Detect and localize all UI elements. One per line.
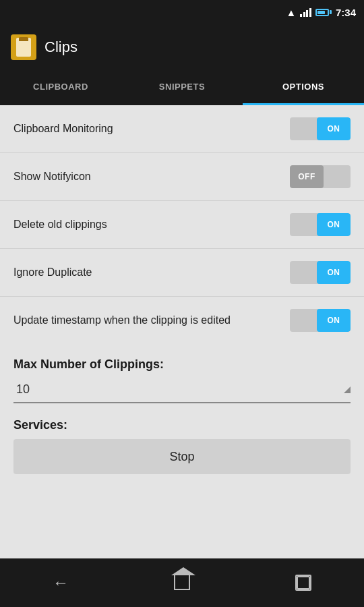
wifi-icon: ▲ [286,7,297,18]
setting-row-delete-old-clippings: Delete old clippings ON [0,200,364,248]
max-clippings-input-container [13,377,351,403]
toggle-thumb-clipboard-monitoring: ON [317,117,351,140]
setting-row-update-timestamp: Update timestamp when the clipping is ed… [0,296,364,344]
battery-icon [315,9,332,16]
toggle-thumb-delete-old-clippings: ON [317,213,351,236]
setting-label-clipboard-monitoring: Clipboard Monitoring [13,122,290,136]
back-icon: ← [53,573,69,592]
app-title: Clips [44,38,78,56]
bottom-nav: ← [0,558,364,607]
toggle-delete-old-clippings[interactable]: ON [290,213,351,236]
signal-icon [300,7,311,17]
services-label: Services: [0,403,364,439]
stop-button[interactable]: Stop [13,439,351,474]
setting-row-show-notifyicon: Show Notifyicon OFF [0,152,364,200]
toggle-thumb-ignore-duplicate: ON [317,261,351,284]
home-icon [174,575,190,590]
tab-clipboard[interactable]: CLIPBOARD [0,70,121,105]
setting-label-ignore-duplicate: Ignore Duplicate [13,266,290,280]
app-icon [11,34,36,60]
max-clippings-label: Max Number of Clippings: [0,344,364,377]
main-content: Clipboard Monitoring ON Show Notifyicon … [0,105,364,558]
status-time: 7:34 [336,7,356,18]
resize-handle [344,386,351,393]
max-clippings-input[interactable] [13,377,344,402]
setting-row-ignore-duplicate: Ignore Duplicate ON [0,248,364,296]
stop-button-label: Stop [169,450,194,464]
tab-bar: CLIPBOARD SNIPPETS OPTIONS [0,70,364,105]
setting-label-show-notifyicon: Show Notifyicon [13,170,290,184]
setting-label-update-timestamp: Update timestamp when the clipping is ed… [13,314,290,328]
setting-label-delete-old-clippings: Delete old clippings [13,218,290,232]
app-bar: Clips [0,24,364,70]
status-icons: ▲ 7:34 [286,7,356,18]
setting-row-clipboard-monitoring: Clipboard Monitoring ON [0,105,364,152]
toggle-clipboard-monitoring[interactable]: ON [290,117,351,140]
tab-snippets[interactable]: SNIPPETS [121,70,243,105]
toggle-show-notifyicon[interactable]: OFF [290,165,351,188]
tab-options[interactable]: OPTIONS [243,70,364,105]
status-bar: ▲ 7:34 [0,0,364,24]
toggle-update-timestamp[interactable]: ON [290,309,351,332]
toggle-ignore-duplicate[interactable]: ON [290,261,351,284]
toggle-thumb-show-notifyicon: OFF [290,165,324,188]
home-button[interactable] [165,566,199,600]
back-button[interactable]: ← [44,566,78,600]
recents-icon [297,576,310,589]
toggle-thumb-update-timestamp: ON [317,309,351,332]
recents-button[interactable] [286,566,320,600]
